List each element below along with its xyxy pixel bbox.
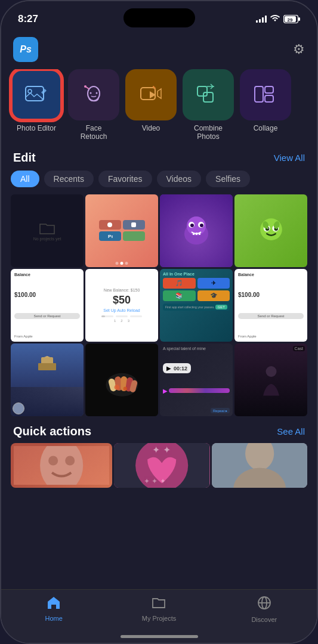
tool-item-video[interactable]: Video: [125, 69, 177, 141]
dynamic-island: [124, 8, 195, 27]
photo-cell[interactable]: New Balance: $150 $50 Set Up Auto Reload…: [85, 269, 158, 342]
svg-point-25: [200, 224, 203, 227]
filter-tab-favorites[interactable]: Favorites: [98, 171, 152, 187]
quick-portrait-thumb: [212, 443, 307, 488]
svg-point-47: [123, 387, 127, 391]
home-indicator: [121, 635, 198, 638]
svg-rect-39: [38, 363, 56, 370]
photo-cell[interactable]: Ps: [85, 194, 158, 267]
tab-discover[interactable]: Discover: [212, 596, 317, 623]
photo-cell[interactable]: A special talent of mine ▶ 00:12 ▶ Repea…: [160, 343, 233, 416]
svg-point-8: [96, 92, 98, 94]
filter-tab-recents[interactable]: Recents: [44, 171, 94, 187]
battery-icon: 29: [283, 15, 300, 23]
photo-cell[interactable]: No projects yet: [11, 194, 84, 267]
filter-tab-videos[interactable]: Videos: [157, 171, 202, 187]
svg-point-7: [90, 92, 92, 94]
filter-tab-all[interactable]: All: [11, 171, 39, 187]
app-icon-1: [107, 222, 113, 228]
folder-empty-icon: [39, 221, 55, 235]
svg-rect-1: [298, 17, 300, 21]
app-icon-2: [131, 222, 137, 228]
svg-rect-18: [131, 222, 136, 227]
quick-action-cell[interactable]: [212, 443, 307, 488]
ps-logo[interactable]: Ps: [13, 37, 38, 62]
svg-rect-14: [255, 86, 263, 102]
header: Ps ⚙: [1, 31, 317, 69]
face-retouch-icon-box: [68, 69, 119, 120]
view-all-button[interactable]: View All: [274, 153, 305, 163]
quick-actions-row: ✦ ✦ ✦ ✦ ✦: [1, 443, 317, 488]
video-icon: [138, 82, 164, 108]
filter-tab-selfies[interactable]: Selfies: [206, 171, 250, 187]
no-projects-text: No projects yet: [33, 237, 61, 241]
collage-label: Collage: [254, 124, 278, 132]
photo-cell[interactable]: [234, 194, 307, 267]
video-label: Video: [142, 124, 160, 132]
photo-cell[interactable]: Balance $100.00 Send or Request From App…: [11, 269, 84, 342]
photo-editor-icon: [23, 82, 50, 108]
tab-home[interactable]: Home: [1, 596, 106, 622]
svg-point-51: [48, 456, 58, 465]
svg-point-29: [260, 219, 282, 241]
svg-point-6: [88, 86, 100, 101]
svg-rect-15: [265, 86, 273, 93]
collage-icon-box: [240, 69, 291, 120]
photo-editor-label: Photo Editor: [17, 124, 56, 132]
svg-rect-27: [196, 233, 197, 235]
svg-point-5: [28, 89, 32, 93]
status-time: 8:27: [18, 13, 38, 25]
combine-photos-icon-box: [183, 69, 234, 120]
photo-cell[interactable]: [11, 343, 84, 416]
svg-rect-26: [193, 233, 194, 235]
quick-pink-thumb: ✦ ✦ ✦ ✦ ✦: [114, 443, 209, 488]
wifi-icon: [270, 14, 280, 24]
quick-face-thumb: [14, 446, 109, 485]
photo-cell[interactable]: [85, 343, 158, 416]
svg-rect-28: [199, 233, 200, 235]
svg-point-17: [107, 222, 112, 227]
monster-purple-icon: [178, 213, 214, 249]
svg-rect-13: [203, 92, 213, 102]
quick-actions-title: Quick actions: [13, 425, 91, 438]
app-icon-3: Ps: [107, 233, 113, 239]
svg-rect-16: [265, 95, 273, 102]
svg-text:✦ ✦ ✦: ✦ ✦ ✦: [144, 476, 166, 485]
svg-point-9: [84, 85, 87, 88]
signal-icon: [256, 16, 267, 23]
home-tab-label: Home: [45, 615, 62, 622]
svg-rect-12: [197, 86, 207, 96]
photo-cell[interactable]: [160, 194, 233, 267]
tool-item-face-retouch[interactable]: FaceRetouch: [68, 69, 119, 141]
quick-action-cell[interactable]: ✦ ✦ ✦ ✦ ✦: [114, 443, 209, 488]
photo-cell[interactable]: Cast: [234, 343, 307, 416]
monster-green-icon: [255, 214, 288, 247]
svg-text:29: 29: [288, 17, 293, 23]
tool-item-combine-photos[interactable]: CombinePhotos: [183, 69, 234, 141]
tool-item-photo-editor[interactable]: Photo Editor: [11, 69, 62, 141]
edit-section-header: Edit View All: [1, 151, 317, 171]
collage-icon: [252, 82, 279, 108]
svg-rect-4: [26, 86, 44, 101]
settings-button[interactable]: ⚙: [293, 42, 305, 57]
photo-cell[interactable]: All In One Place 🎵 ✈ 📚 🎓 First app start…: [160, 269, 233, 342]
photo-grid: No projects yet Ps: [1, 194, 317, 422]
face-retouch-label: FaceRetouch: [81, 124, 107, 141]
tab-my-projects[interactable]: My Projects: [106, 596, 211, 622]
my-projects-icon: [152, 596, 166, 612]
svg-point-24: [190, 224, 194, 227]
tool-item-collage[interactable]: Collage: [240, 69, 291, 141]
dark-figure-icon: [258, 363, 285, 396]
svg-text:Ps: Ps: [108, 234, 113, 239]
see-all-button[interactable]: See All: [277, 426, 305, 436]
phone-frame: 8:27 29: [0, 0, 318, 644]
quick-action-cell[interactable]: [11, 443, 112, 488]
combine-photos-icon: [195, 82, 221, 108]
filter-tabs: All Recents Favorites Videos Selfies: [1, 171, 317, 194]
photo-cell[interactable]: Balance $100.00 Send or Request From App…: [234, 269, 307, 342]
tools-row: Photo Editor FaceRetouch: [1, 69, 317, 151]
app-content: Ps ⚙ Photo Editor: [1, 31, 317, 643]
throne-icon: [32, 356, 62, 374]
svg-point-46: [114, 385, 119, 390]
nails-icon: [103, 360, 141, 399]
